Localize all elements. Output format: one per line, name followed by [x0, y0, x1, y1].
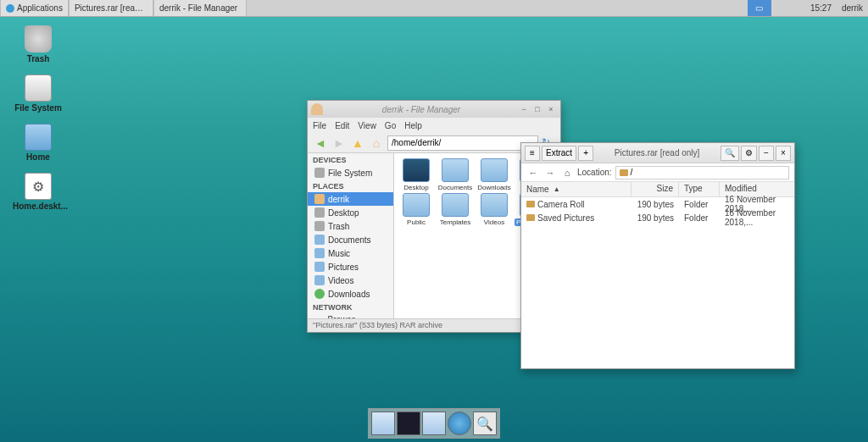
fm-titlebar[interactable]: derrik - File Manager − □ × [308, 101, 560, 118]
forward-button[interactable]: ► [331, 135, 347, 151]
col-size[interactable]: Size [632, 182, 679, 196]
location-label: Location: [577, 168, 612, 177]
home-icon [311, 103, 323, 115]
ar-back-button[interactable]: ← [526, 166, 540, 180]
ar-titlebar[interactable]: ≡ Extract + Pictures.rar [read only] 🔍 ⚙… [521, 143, 794, 163]
sort-indicator-icon: ▲ [554, 185, 560, 193]
desktop-trash[interactable]: Trash [13, 25, 64, 64]
ar-nav: ← → ⌂ Location: / [521, 163, 794, 182]
fm-sidebar: DEVICES File System PLACES derrik Deskto… [308, 153, 394, 318]
ar-close-button[interactable]: × [776, 146, 791, 161]
item-public[interactable]: Public [398, 193, 435, 226]
folder-icon [25, 124, 52, 151]
tray-indicator2[interactable] [788, 0, 805, 16]
folder-icon [526, 214, 535, 221]
up-button[interactable]: ▲ [350, 135, 365, 151]
apps-icon [6, 4, 14, 13]
desktop-home[interactable]: Home [13, 124, 64, 162]
homedesktop-label: Home.deskt... [13, 202, 64, 211]
dock-filemanager[interactable] [371, 412, 395, 435]
devices-group: DEVICES [308, 153, 393, 166]
item-templates[interactable]: Templates [437, 193, 474, 226]
col-name[interactable]: Name▲ [521, 182, 632, 196]
folder-icon [620, 169, 628, 176]
filesystem-label: File System [13, 103, 64, 113]
tray-workspace[interactable]: ▭ [748, 0, 771, 16]
task1-label: Pictures.rar [read only] [75, 3, 147, 13]
col-type[interactable]: Type [679, 182, 720, 196]
sidebar-derrik[interactable]: derrik [308, 192, 393, 206]
maximize-button[interactable]: □ [531, 103, 543, 115]
sidebar-documents[interactable]: Documents [308, 233, 393, 246]
item-downloads[interactable]: Downloads [476, 158, 513, 191]
item-desktop[interactable]: Desktop [398, 158, 435, 191]
search-button[interactable]: 🔍 [721, 146, 739, 161]
sidebar-pictures[interactable]: Pictures [308, 260, 393, 273]
dock-browser[interactable] [448, 412, 471, 435]
applications-menu[interactable]: Applications [0, 0, 69, 16]
ar-table: Name▲ Size Type Modified Camera Roll 190… [521, 182, 794, 224]
gear-icon: ⚙ [25, 173, 52, 200]
ar-minimize-button[interactable]: − [759, 146, 774, 161]
sidebar-filesystem[interactable]: File System [308, 166, 393, 180]
desktop-filesystem[interactable]: File System [13, 75, 64, 113]
top-panel: Applications Pictures.rar [read only] de… [0, 0, 868, 17]
ar-forward-button[interactable]: → [543, 166, 557, 180]
network-group: NETWORK [308, 301, 393, 313]
clock[interactable]: 15:27 [805, 0, 837, 16]
path-text: /home/derrik/ [392, 138, 441, 147]
menu-view[interactable]: View [358, 121, 376, 130]
settings-button[interactable]: ⚙ [741, 146, 757, 161]
trash-label: Trash [13, 54, 64, 64]
close-button[interactable]: × [545, 103, 557, 115]
dock-terminal[interactable] [397, 412, 420, 435]
archive-window: ≡ Extract + Pictures.rar [read only] 🔍 ⚙… [520, 142, 795, 369]
sidebar-downloads[interactable]: Downloads [308, 287, 393, 301]
desktop-homedesktop[interactable]: ⚙ Home.deskt... [13, 173, 64, 211]
drive-icon [25, 75, 52, 102]
table-row[interactable]: Saved Pictures 190 bytes Folder 16 Novem… [521, 211, 794, 224]
dock-files[interactable] [422, 412, 446, 435]
task2-label: derrik - File Manager [159, 3, 237, 13]
sidebar-desktop[interactable]: Desktop [308, 206, 393, 219]
sidebar-videos[interactable]: Videos [308, 273, 393, 287]
sidebar-browse-network[interactable]: Browse Network [308, 313, 393, 318]
ar-home-button[interactable]: ⌂ [560, 166, 574, 180]
ar-title: Pictures.rar [read only] [595, 148, 719, 157]
home-label: Home [13, 152, 64, 162]
dock: 🔍 [368, 408, 500, 439]
menu-edit[interactable]: Edit [335, 121, 349, 130]
sidebar-trash[interactable]: Trash [308, 219, 393, 233]
applications-label: Applications [17, 3, 63, 13]
folder-icon [526, 201, 535, 207]
add-button[interactable]: + [578, 146, 593, 161]
minimize-button[interactable]: − [518, 103, 530, 115]
tray-indicator1[interactable] [771, 0, 788, 16]
places-group: PLACES [308, 180, 393, 192]
fm-title: derrik - File Manager [326, 105, 516, 114]
ar-menu-button[interactable]: ≡ [525, 146, 540, 161]
clock-label: 15:27 [810, 3, 832, 13]
item-documents[interactable]: Documents [437, 158, 474, 191]
menu-file[interactable]: File [313, 121, 326, 130]
item-videos[interactable]: Videos [476, 193, 513, 226]
location-input[interactable]: / [615, 166, 789, 180]
location-path: / [631, 168, 633, 177]
home-button[interactable]: ⌂ [369, 135, 384, 151]
user-label: derrik [842, 3, 863, 13]
sidebar-music[interactable]: Music [308, 246, 393, 260]
back-button[interactable]: ◄ [313, 135, 328, 151]
extract-button[interactable]: Extract [542, 146, 576, 161]
menu-help[interactable]: Help [404, 121, 422, 130]
taskbar-item-filemanager[interactable]: derrik - File Manager [153, 0, 247, 16]
path-input[interactable]: /home/derrik/ [387, 135, 538, 151]
dock-search[interactable]: 🔍 [473, 412, 497, 435]
taskbar-item-archive[interactable]: Pictures.rar [read only] [69, 0, 153, 16]
fm-menubar: File Edit View Go Help [308, 118, 560, 133]
menu-go[interactable]: Go [385, 121, 396, 130]
user-menu[interactable]: derrik [837, 0, 868, 16]
trash-icon [25, 25, 52, 52]
